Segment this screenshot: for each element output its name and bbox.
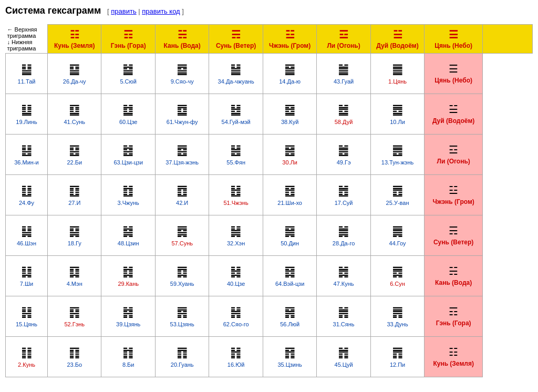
hex-symbol-0-4: ䷡ [230, 62, 242, 77]
hex-symbol-7-1: ䷖ [69, 345, 80, 360]
hex-symbol-6-2: ䷦ [122, 305, 134, 319]
cell-3-2: ䷂ 3.Чжунь [101, 174, 155, 215]
hex-label-5-7: 6.Сун [390, 281, 405, 287]
hex-label-2-3: 37.Цзя-жэнь [165, 159, 199, 166]
hex-label-6-2: 39.Цзянь [116, 321, 140, 327]
cell-5-1: ䷃ 4.Мэн [48, 255, 101, 296]
row-trigram-symbol-2: ☲ [427, 143, 480, 156]
hex-label-6-0: 15.Цянь [16, 321, 37, 327]
row-label-0: ☰ Цянь (Небо) [425, 53, 483, 94]
hexagram-table: ← Верхняя триграмма↓ Нижняя триграмма☷Ку… [5, 24, 533, 377]
cell-3-1: ䷚ 27.И [48, 174, 101, 215]
cell-3-4: ䷲ 51.Чжэнь [209, 174, 263, 215]
hex-symbol-5-3: ䷺ [177, 264, 188, 279]
cell-3-0: ䷗ 24.Фу [6, 174, 48, 215]
cell-0-7: ䷀ 1.Цянь [370, 53, 424, 94]
hex-label-7-0: 2.Кунь [18, 362, 35, 368]
cell-4-4: ䷟ 32.Хэн [209, 215, 263, 255]
hex-label-6-4: 62.Сяо-го [223, 321, 249, 327]
cell-6-2: ䷦ 39.Цзянь [101, 296, 155, 336]
hex-label-6-3: 53.Цзянь [170, 321, 194, 327]
cell-3-5: ䷔ 21.Ши-хо [263, 174, 316, 215]
hex-symbol-7-6: ䷬ [338, 345, 349, 360]
row-label-5: ☵ Кань (Вода) [425, 255, 483, 296]
hex-symbol-6-7: ䷠ [392, 305, 404, 319]
row-label-header [483, 25, 533, 54]
table-row: ䷊ 11.Тай ䷙ 26.Да-чу ䷄ 5.Сюй ䷈ 9.Сяо-чу ䷡… [6, 53, 533, 94]
cell-1-1: ䷨ 41.Сунь [48, 94, 101, 134]
hex-label-5-5: 64.Вэй-цзи [275, 281, 304, 287]
hex-label-0-2: 5.Сюй [120, 78, 137, 85]
hex-label-7-5: 35.Цзинь [277, 362, 302, 368]
cell-1-5: ䷥ 38.Куй [263, 94, 316, 134]
hex-label-4-6: 28.Да-го [333, 240, 355, 246]
hex-label-3-2: 3.Чжунь [118, 200, 139, 206]
hex-label-4-4: 32.Хэн [227, 240, 245, 246]
hex-symbol-4-2: ䷯ [122, 224, 134, 239]
cell-5-2: ䷜ 29.Кань [101, 255, 155, 296]
cell-6-6: ䷞ 31.Сянь [317, 296, 370, 336]
hex-symbol-0-3: ䷈ [177, 62, 188, 77]
hex-symbol-2-0: ䷣ [21, 143, 33, 158]
hex-symbol-2-7: ䷌ [392, 143, 404, 158]
hex-label-4-7: 44.Гоу [389, 240, 406, 246]
cell-0-3: ䷈ 9.Сяо-чу [155, 53, 209, 94]
cell-6-5: ䷷ 56.Люй [263, 296, 316, 336]
row-label-2: ☲ Ли (Огонь) [425, 134, 483, 174]
hex-symbol-3-5: ䷔ [284, 183, 296, 198]
row-trigram-name-6: Гэнь (Гора) [427, 319, 480, 327]
hex-label-3-1: 27.И [68, 200, 80, 206]
row-label-6: ☶ Гэнь (Гора) [425, 296, 483, 336]
hex-label-5-1: 4.Мэн [67, 281, 82, 287]
hex-symbol-3-2: ䷂ [122, 183, 134, 198]
hex-symbol-2-6: ䷰ [338, 143, 349, 158]
cell-1-0: ䷒ 19.Линь [6, 94, 48, 134]
hex-symbol-3-7: ䷘ [392, 183, 404, 198]
hex-symbol-2-1: ䷕ [69, 143, 80, 158]
hex-symbol-5-5: ䷿ [284, 264, 296, 279]
header-note-bottom: ↓ Нижняя триграмма [7, 39, 46, 51]
cell-0-2: ䷄ 5.Сюй [101, 53, 155, 94]
hex-symbol-3-6: ䷐ [338, 183, 349, 198]
cell-3-3: ䷩ 42.И [155, 174, 209, 215]
edit-code-link[interactable]: править код [142, 7, 180, 15]
cell-2-3: ䷤ 37.Цзя-жэнь [155, 134, 209, 174]
cell-7-7: ䷋ 12.Пи [370, 336, 424, 377]
table-row: ䷆ 7.Ши ䷃ 4.Мэн ䷜ 29.Кань ䷺ 59.Хуань ䷧ 40… [6, 255, 533, 296]
cell-7-1: ䷖ 23.Бо [48, 336, 101, 377]
hex-label-3-4: 51.Чжэнь [223, 200, 248, 206]
cell-6-7: ䷠ 33.Дунь [370, 296, 424, 336]
hex-symbol-7-2: ䷇ [122, 345, 134, 360]
cell-2-0: ䷣ 36.Мин-и [6, 134, 48, 174]
cell-5-7: ䷅ 6.Сун [370, 255, 424, 296]
row-label-4: ☴ Сунь (Ветер) [425, 215, 483, 255]
cell-2-7: ䷌ 13.Тун-жэнь [370, 134, 424, 174]
edit-link[interactable]: править [111, 7, 136, 15]
hex-symbol-4-4: ䷟ [230, 224, 242, 239]
hex-label-7-1: 23.Бо [67, 362, 82, 368]
hex-symbol-5-4: ䷧ [230, 264, 242, 279]
hex-label-3-5: 21.Ши-хо [277, 200, 302, 206]
hex-label-6-7: 33.Дунь [387, 321, 408, 327]
hex-symbol-7-3: ䷓ [177, 345, 188, 360]
cell-4-3: ䷸ 57.Сунь [155, 215, 209, 255]
page-title: Система гексаграмм [ править | править к… [5, 5, 533, 16]
cell-0-0: ䷊ 11.Тай [6, 53, 48, 94]
hex-symbol-2-3: ䷤ [177, 143, 188, 158]
hex-label-1-3: 61.Чжун-фу [167, 119, 198, 125]
hex-label-1-4: 54.Гуй-мэй [222, 119, 251, 125]
hex-label-2-6: 49.Гэ [337, 159, 351, 166]
header-note-top: ← Верхняя триграмма [7, 26, 46, 39]
hex-label-2-4: 55.Фян [226, 159, 245, 166]
hex-label-3-7: 25.У-ван [386, 200, 409, 206]
table-row: ䷒ 19.Линь ䷨ 41.Сунь ䷻ 60.Цзе ䷼ 61.Чжун-ф… [6, 94, 533, 134]
hex-label-7-6: 45.Цуй [335, 362, 353, 368]
hex-symbol-6-1: ䷳ [69, 305, 80, 319]
hex-label-1-5: 38.Куй [281, 119, 298, 125]
row-trigram-name-1: Дуй (Водоём) [427, 117, 480, 125]
hex-label-2-5: 30.Ли [282, 159, 297, 166]
hex-symbol-0-6: ䷪ [338, 62, 349, 77]
hex-label-2-0: 36.Мин-и [14, 159, 38, 166]
cell-7-2: ䷇ 8.Би [101, 336, 155, 377]
hex-symbol-1-7: ䷉ [392, 102, 404, 117]
